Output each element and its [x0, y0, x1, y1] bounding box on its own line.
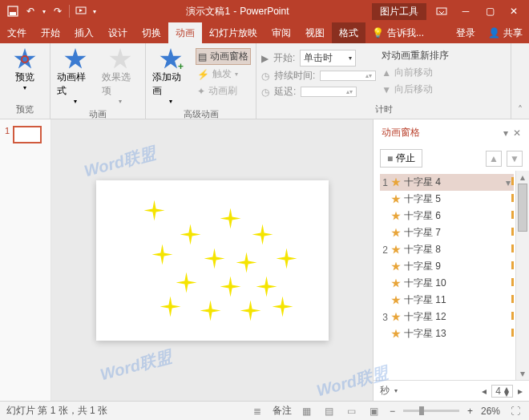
timeline-right-icon[interactable]: ▸	[518, 386, 523, 397]
four-point-star[interactable]	[204, 248, 225, 269]
delay-input[interactable]: ▴▾	[301, 87, 357, 97]
undo-icon[interactable]: ↶	[22, 3, 38, 19]
save-icon[interactable]	[5, 3, 21, 19]
tab-transition[interactable]: 切换	[135, 22, 168, 43]
anim-item[interactable]: 十字星 13	[380, 325, 514, 342]
four-point-star[interactable]	[236, 252, 257, 273]
share-button[interactable]: 👤共享	[482, 26, 529, 40]
minimize-button[interactable]: ─	[455, 3, 476, 19]
thumb-number: 1	[5, 126, 10, 135]
four-point-star[interactable]	[144, 200, 165, 221]
sorter-view-icon[interactable]: ▤	[322, 405, 337, 418]
redo-icon[interactable]: ↷	[50, 3, 66, 19]
animation-pane-button[interactable]: ▤动画窗格	[196, 48, 251, 65]
start-dropdown[interactable]: 单击时▾	[300, 50, 356, 67]
stop-icon: ■	[387, 153, 393, 164]
tab-slideshow[interactable]: 幻灯片放映	[202, 22, 264, 43]
zoom-in-icon[interactable]: +	[467, 406, 473, 417]
ribbon-options-icon[interactable]	[431, 3, 452, 19]
animation-list[interactable]: 1十字星 4▾十字星 5十字星 6十字星 72十字星 8十字星 9十字星 10十…	[374, 171, 515, 380]
scroll-up-icon[interactable]: ▴	[516, 171, 529, 184]
thumbnail-1[interactable]: 1	[5, 126, 46, 143]
group-timing: ▶开始:单击时▾ ◷持续时间:▴▾ ◷延迟:▴▾ 对动画重新排序 ▲向前移动 ▼…	[256, 43, 511, 119]
four-point-star[interactable]	[220, 208, 241, 229]
anim-item[interactable]: 十字星 5	[380, 191, 514, 208]
anim-item[interactable]: 十字星 10	[380, 275, 514, 292]
maximize-button[interactable]: ▢	[479, 3, 500, 19]
add-animation-button[interactable]: + 添加动画▾	[151, 46, 191, 107]
tell-me[interactable]: 💡告诉我...	[365, 26, 430, 40]
scroll-thumb[interactable]	[518, 184, 527, 232]
four-point-star[interactable]	[256, 277, 277, 297]
timeline-left-icon[interactable]: ◂	[482, 386, 487, 397]
anim-item[interactable]: 十字星 9	[380, 258, 514, 275]
tab-animation[interactable]: 动画	[168, 22, 202, 43]
four-point-star[interactable]	[160, 297, 181, 317]
four-point-star[interactable]	[252, 224, 273, 245]
four-point-star[interactable]	[240, 301, 261, 321]
tab-file[interactable]: 文件	[0, 22, 34, 43]
group-label: 计时	[261, 102, 506, 115]
zoom-slider[interactable]	[403, 410, 459, 412]
close-button[interactable]: ✕	[503, 3, 524, 19]
four-point-star[interactable]	[200, 301, 221, 321]
tab-view[interactable]: 视图	[298, 22, 332, 43]
stop-button[interactable]: ■停止	[380, 149, 422, 168]
group-num: 1	[380, 177, 388, 188]
collapse-ribbon-icon[interactable]: ˄	[511, 43, 529, 119]
anim-item[interactable]: 2十字星 8	[380, 241, 514, 258]
notes-label[interactable]: 备注	[273, 404, 292, 418]
qat-customize-icon[interactable]: ▾	[91, 3, 99, 19]
lightbulb-icon: 💡	[372, 27, 384, 38]
signin-button[interactable]: 登录	[450, 26, 482, 40]
undo-dropdown-icon[interactable]: ▾	[40, 3, 48, 19]
preview-button[interactable]: 预览▾	[5, 46, 45, 93]
animation-pane: 动画窗格 ▾✕ ■停止 ▲ ▼ 1十字星 4▾十字星 5十字星 6十字星 72十…	[373, 119, 529, 401]
four-point-star[interactable]	[152, 244, 173, 265]
reorder-label: 对动画重新排序	[381, 48, 450, 63]
scrollbar[interactable]: ▴ ▾	[515, 171, 529, 380]
move-later-button: ▼向后移动	[381, 82, 450, 97]
four-point-star[interactable]	[273, 297, 293, 317]
scroll-down-icon[interactable]: ▾	[516, 367, 529, 380]
anim-item[interactable]: 3十字星 12	[380, 309, 514, 325]
slideshow-view-icon[interactable]: ▣	[367, 405, 382, 418]
tab-format[interactable]: 格式	[332, 22, 365, 43]
slide[interactable]	[96, 180, 329, 341]
anim-item[interactable]: 1十字星 4▾	[380, 174, 514, 191]
anim-item[interactable]: 十字星 6	[380, 208, 514, 224]
pane-menu-icon[interactable]: ▾	[503, 127, 508, 139]
four-point-star[interactable]	[220, 277, 241, 297]
pane-close-icon[interactable]: ✕	[513, 127, 521, 139]
share-icon: 👤	[488, 27, 500, 38]
trigger-button: ⚡触发 ▾	[196, 67, 251, 82]
four-point-star[interactable]	[277, 248, 297, 269]
star-icon	[391, 296, 401, 305]
star-icon	[391, 212, 401, 221]
zoom-out-icon[interactable]: −	[390, 406, 395, 417]
anim-name: 十字星 11	[404, 293, 446, 307]
anim-item[interactable]: 十字星 7	[380, 224, 514, 241]
zoom-level[interactable]: 26%	[481, 406, 500, 417]
start-slideshow-icon[interactable]	[73, 3, 89, 19]
notes-button[interactable]: ≣	[250, 405, 264, 418]
move-up-button[interactable]: ▲	[486, 151, 502, 167]
slide-canvas[interactable]: Word联盟 Word联盟 Word联盟	[51, 119, 373, 401]
four-point-star[interactable]	[176, 273, 197, 293]
move-down-button[interactable]: ▼	[507, 151, 523, 167]
tab-home[interactable]: 开始	[34, 22, 67, 43]
animation-style-button[interactable]: 动画样式▾	[55, 46, 95, 107]
title-bar: ↶ ▾ ↷ ▾ 演示文稿1 - PowerPoint 图片工具 ─ ▢ ✕	[0, 0, 529, 22]
fit-window-icon[interactable]: ⛶	[508, 405, 523, 418]
anim-item[interactable]: 十字星 11	[380, 292, 514, 309]
tab-insert[interactable]: 插入	[67, 22, 101, 43]
normal-view-icon[interactable]: ▦	[300, 405, 314, 418]
tab-review[interactable]: 审阅	[264, 22, 298, 43]
tab-design[interactable]: 设计	[101, 22, 135, 43]
star-icon	[64, 48, 87, 71]
four-point-star[interactable]	[180, 224, 201, 245]
reading-view-icon[interactable]: ▭	[345, 405, 359, 418]
timeline-spinner[interactable]: 4▴▾	[491, 385, 513, 398]
duration-input[interactable]: ▴▾	[320, 71, 376, 81]
anim-name: 十字星 7	[404, 226, 441, 240]
